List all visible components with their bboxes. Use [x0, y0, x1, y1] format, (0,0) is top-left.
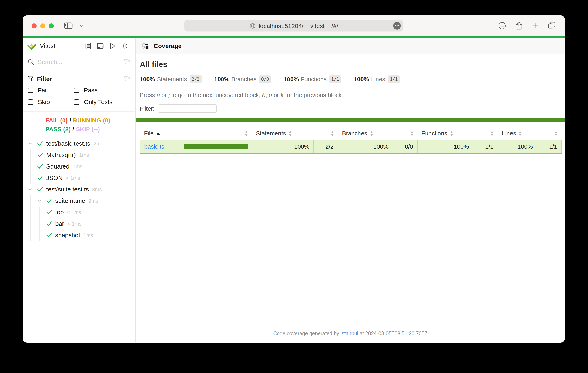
play-icon: [109, 42, 116, 50]
ellipsis-icon: [395, 25, 399, 26]
sort-toggle-icon[interactable]: [519, 131, 522, 136]
header-cell-content: Statements: [256, 130, 310, 137]
hint-text: Press: [140, 92, 157, 98]
column-label: Branches: [342, 130, 367, 137]
hint-text: or: [160, 92, 168, 98]
downloads-button[interactable]: [498, 22, 506, 30]
column-label: File: [144, 130, 154, 137]
percent-cell: 100%: [252, 140, 314, 154]
check-icon: [37, 176, 43, 180]
hint-text: for the previous block.: [284, 92, 343, 98]
plus-icon: [532, 22, 539, 30]
tree-item-foo[interactable]: foo< 1ms: [22, 207, 135, 218]
tree-item-json[interactable]: JSON< 1ms: [22, 172, 135, 184]
zoom-window-button[interactable]: [49, 23, 54, 28]
status-fail: FAIL (0): [45, 117, 68, 124]
filter-checkbox-fail[interactable]: Fail: [28, 86, 74, 94]
clear-filter-icon[interactable]: [123, 76, 130, 82]
panel-title: Coverage: [154, 42, 182, 50]
column-header-pic[interactable]: [180, 127, 252, 140]
clear-search-filter-icon[interactable]: [123, 59, 130, 65]
column-header-statements[interactable]: Statements: [252, 127, 314, 140]
sort-toggle-icon[interactable]: [450, 131, 453, 136]
tab-overview-button[interactable]: [547, 22, 556, 30]
checkbox-skip[interactable]: [28, 99, 33, 105]
tree-expander[interactable]: [28, 188, 37, 191]
summary-fraction: 0/0: [259, 75, 271, 83]
run-all-button[interactable]: [109, 42, 116, 50]
coverage-footer: Code coverage generated by istanbul at 2…: [136, 331, 565, 342]
dashboard-button[interactable]: [97, 42, 104, 50]
column-header-branches[interactable]: Branches: [338, 127, 393, 140]
summary-functions: 100%Functions1/1: [284, 75, 341, 83]
check-icon: [46, 210, 52, 215]
tree-item-squared[interactable]: Squared1ms: [22, 161, 135, 172]
sort-toggle-icon[interactable]: [410, 131, 413, 136]
header-cell-content: File: [144, 130, 176, 137]
column-header-file[interactable]: File: [140, 127, 180, 140]
search-input[interactable]: [38, 59, 123, 65]
sort-toggle-icon[interactable]: [370, 131, 373, 136]
status-line-text: FAIL (0) / RUNNING (0): [45, 116, 135, 125]
checkbox-label: Only Tests: [84, 99, 113, 105]
minimize-window-button[interactable]: [40, 23, 45, 28]
coverage-table: FileStatementsBranchesFunctionsLinesbasi…: [140, 127, 562, 154]
tree-item-duration: 2ms: [89, 198, 98, 204]
sort-toggle-icon[interactable]: [491, 131, 494, 136]
filter-title-row: Filter: [28, 74, 130, 84]
sort-toggle-icon[interactable]: [289, 131, 292, 136]
sort-toggle-icon[interactable]: [245, 131, 248, 136]
column-header-frac[interactable]: [314, 127, 338, 140]
hint-key: p: [269, 92, 272, 98]
istanbul-link[interactable]: istanbul: [341, 331, 358, 336]
tree-item-bar[interactable]: bar< 1ms: [22, 218, 135, 229]
tree-expander[interactable]: [28, 142, 37, 145]
filter-checkbox-skip[interactable]: Skip: [28, 98, 74, 106]
checkbox-pass[interactable]: [74, 88, 79, 93]
tree-item-duration: < 1ms: [66, 175, 80, 181]
column-header-lines[interactable]: Lines: [498, 127, 537, 140]
column-header-frac[interactable]: [537, 127, 562, 140]
tree-item-duration: 1ms: [73, 164, 82, 169]
column-header-frac[interactable]: [473, 127, 498, 140]
browser-toolbar: localhost:51204/__vitest__/#/: [22, 15, 565, 36]
tree-item-test-basic-test-ts[interactable]: test/basic.test.ts2ms: [22, 138, 135, 149]
sort-toggle-icon[interactable]: [555, 131, 557, 136]
tree-item-snapshot[interactable]: snapshot1ms: [22, 229, 135, 241]
coverage-header: Coverage: [136, 38, 565, 54]
address-bar[interactable]: localhost:51204/__vitest__/#/: [184, 20, 403, 32]
tree-item-suite-name[interactable]: suite name2ms: [22, 195, 135, 207]
checkbox-only-tests[interactable]: [74, 99, 79, 105]
sort-toggle-icon[interactable]: [331, 131, 334, 136]
download-icon: [498, 22, 506, 30]
coverage-filter-input[interactable]: [158, 104, 217, 113]
tree-item-math-sqrt[interactable]: Math.sqrt()1ms: [22, 149, 135, 161]
theme-toggle-button[interactable]: [121, 42, 128, 50]
file-link-basic-ts[interactable]: basic.ts: [144, 143, 164, 150]
tree-item-duration: 1ms: [79, 152, 89, 158]
share-button[interactable]: [515, 21, 523, 30]
page-menu-button[interactable]: [393, 22, 401, 30]
header-cell-content: [541, 131, 557, 136]
tree-expander[interactable]: [37, 199, 46, 202]
filter-checkbox-pass[interactable]: Pass: [74, 86, 130, 94]
summary-branches: 100%Branches0/0: [214, 75, 271, 83]
tab-overview-icon: [547, 22, 556, 30]
tree-view-button[interactable]: [84, 42, 91, 50]
summary-label: Branches: [231, 76, 257, 83]
column-header-functions[interactable]: Functions: [417, 127, 473, 140]
tree-guide-line: [30, 195, 31, 207]
filter-checkbox-only-tests[interactable]: Only Tests: [74, 98, 130, 106]
hint-text: or: [272, 92, 281, 98]
tree-item-test-suite-test-ts[interactable]: test/suite.test.ts3ms: [22, 184, 135, 195]
close-window-button[interactable]: [32, 23, 37, 28]
new-tab-button[interactable]: [532, 22, 539, 30]
sidebar-toggle-button[interactable]: [64, 22, 73, 29]
tab-group-chevron-button[interactable]: [80, 24, 84, 27]
sidebar: Vitest: [22, 38, 136, 342]
url-text: localhost:51204/__vitest__/#/: [259, 22, 338, 29]
checkbox-fail[interactable]: [28, 88, 33, 93]
test-pass-check: [46, 233, 55, 238]
toolbar-separator: [76, 22, 76, 30]
column-header-frac[interactable]: [393, 127, 417, 140]
